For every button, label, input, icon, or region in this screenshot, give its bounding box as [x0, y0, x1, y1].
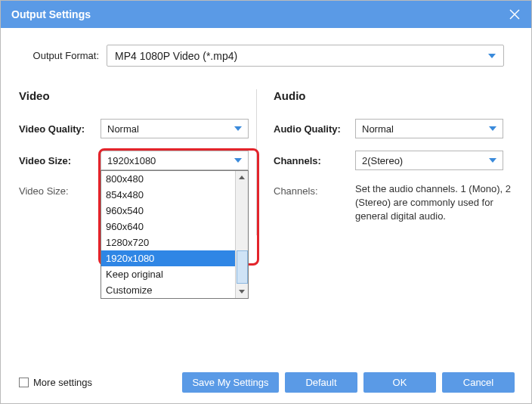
- video-size-option[interactable]: 960x540: [101, 203, 235, 219]
- scrollbar[interactable]: [235, 171, 248, 298]
- chevron-down-icon: [489, 158, 496, 163]
- video-size-option[interactable]: 1280x720: [101, 235, 235, 250]
- default-button[interactable]: Default: [285, 372, 357, 393]
- dialog-footer: More settings Save My Settings Default O…: [1, 372, 531, 393]
- ok-button[interactable]: OK: [363, 372, 436, 393]
- video-size-option[interactable]: 1920x1080: [101, 250, 235, 266]
- scroll-down-button[interactable]: [236, 285, 249, 298]
- cancel-button[interactable]: Cancel: [442, 372, 515, 393]
- output-format-label: Output Format:: [28, 50, 107, 61]
- scroll-up-button[interactable]: [236, 171, 249, 184]
- video-size-option[interactable]: 854x480: [101, 187, 235, 203]
- video-size-combo[interactable]: 1920x1080 800x480854x480960x540960x64012…: [101, 151, 249, 170]
- channels-desc-text: Set the audio channels. 1 (Mono), 2 (Ste…: [355, 182, 518, 223]
- output-format-value: MP4 1080P Video (*.mp4): [115, 50, 237, 62]
- channels-desc-label: Channels:: [274, 182, 355, 197]
- titlebar: Output Settings: [1, 1, 531, 28]
- output-format-select[interactable]: MP4 1080P Video (*.mp4): [107, 45, 504, 67]
- more-settings-checkbox[interactable]: More settings: [19, 377, 92, 388]
- audio-quality-value: Normal: [362, 123, 394, 135]
- video-size-label: Video Size:: [19, 155, 101, 166]
- chevron-down-icon: [234, 126, 242, 131]
- audio-section-title: Audio: [274, 89, 518, 102]
- audio-quality-select[interactable]: Normal: [355, 119, 503, 138]
- video-section: Video Video Quality: Normal Video Size: …: [19, 89, 256, 235]
- video-quality-label: Video Quality:: [19, 123, 101, 135]
- chevron-down-icon: [488, 54, 496, 58]
- chevron-down-icon: [234, 158, 242, 163]
- channels-label: Channels:: [274, 155, 355, 166]
- dialog-title: Output Settings: [11, 8, 91, 20]
- channels-value: 2(Stereo): [362, 155, 403, 166]
- video-size-option[interactable]: 800x480: [101, 171, 235, 187]
- audio-quality-label: Audio Quality:: [274, 123, 355, 135]
- channels-select[interactable]: 2(Stereo): [355, 151, 503, 170]
- output-format-row: Output Format: MP4 1080P Video (*.mp4): [1, 28, 531, 67]
- more-settings-label: More settings: [33, 377, 92, 388]
- video-size-option[interactable]: Keep original: [101, 266, 235, 282]
- close-icon[interactable]: [509, 8, 521, 20]
- video-size-value: 1920x1080: [107, 155, 156, 166]
- save-my-settings-button[interactable]: Save My Settings: [182, 372, 279, 393]
- audio-section: Audio Audio Quality: Normal Channels: 2(…: [256, 89, 518, 235]
- scroll-thumb[interactable]: [237, 250, 248, 284]
- video-section-title: Video: [19, 89, 249, 102]
- video-size-select[interactable]: 1920x1080: [101, 151, 249, 170]
- video-size-desc-label: Video Size:: [19, 182, 101, 197]
- output-settings-dialog: Output Settings Output Format: MP4 1080P…: [0, 0, 532, 404]
- video-size-dropdown-list: 800x480854x480960x540960x6401280x7201920…: [101, 170, 249, 299]
- checkbox-icon[interactable]: [19, 378, 29, 387]
- video-size-option[interactable]: 960x640: [101, 219, 235, 235]
- video-quality-value: Normal: [107, 123, 139, 135]
- video-quality-select[interactable]: Normal: [101, 119, 249, 138]
- video-size-option[interactable]: Customize: [101, 282, 235, 298]
- chevron-down-icon: [489, 126, 496, 131]
